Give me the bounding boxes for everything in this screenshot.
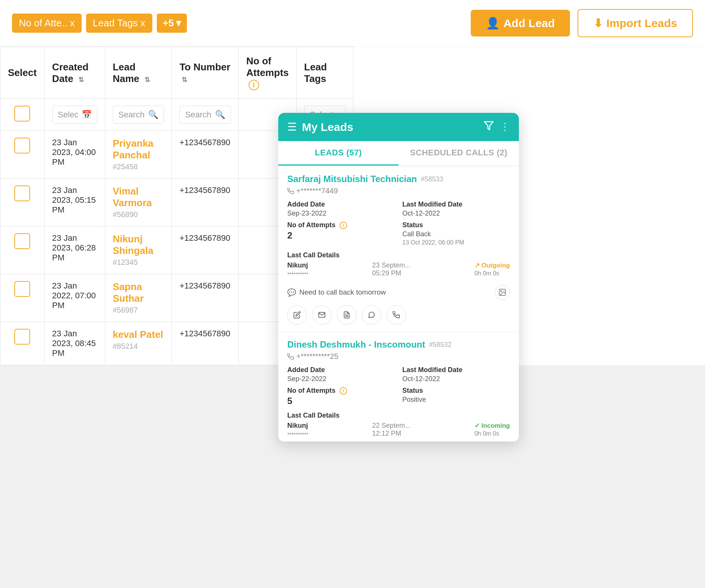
- panel-header-left: ☰ My Leads: [287, 121, 353, 134]
- row-checkbox-2[interactable]: [14, 233, 30, 249]
- row-name-4: keval Patel #85214: [105, 322, 172, 365]
- whatsapp-button-1[interactable]: [362, 305, 381, 325]
- lead-card-2-id: #58532: [429, 341, 452, 349]
- col-lead-tags: Lead Tags: [296, 47, 353, 99]
- date-filter-input[interactable]: Selec 📅: [52, 106, 97, 124]
- col-attempts: No of Attempts i: [239, 47, 297, 99]
- tab-leads[interactable]: LEADS (57): [278, 141, 399, 166]
- lead-id-1: #56890: [113, 210, 138, 219]
- filter-date-cell: Selec 📅: [44, 99, 105, 131]
- header-checkbox[interactable]: [14, 106, 30, 122]
- attempts-field-2: No of Attempts i 5: [287, 387, 395, 406]
- add-lead-label: Add Lead: [503, 17, 555, 30]
- attempts-info-icon[interactable]: i: [340, 222, 347, 229]
- last-call-row-2: Nikunj •••••••••• 22 Septem... 12:12 PM …: [287, 422, 510, 438]
- added-date-field-2: Added Date Sep-22-2022: [287, 366, 395, 383]
- lead-card-1: Sarfaraj Mitsubishi Technician #58533 +*…: [278, 166, 519, 332]
- calendar-icon: 📅: [82, 110, 92, 120]
- chip-attempts-label: No of Atte.. x: [19, 17, 75, 29]
- top-actions: 👤 Add Lead ⬇ Import Leads: [471, 9, 693, 37]
- notes-button-1[interactable]: [337, 305, 356, 325]
- last-call-row-1: Nikunj •••••••••• 23 Septem... 05:29 PM …: [287, 261, 510, 277]
- row-checkbox-3[interactable]: [14, 281, 30, 297]
- panel-scroll[interactable]: Sarfaraj Mitsubishi Technician #58533 +*…: [278, 166, 519, 442]
- col-created-date: Created Date ⇅: [44, 47, 105, 99]
- info-icon-attempts[interactable]: i: [249, 80, 259, 90]
- my-leads-panel: ☰ My Leads ⋮ LEADS (57) SCHEDULED CALLS …: [278, 113, 519, 442]
- panel-tabs: LEADS (57) SCHEDULED CALLS (2): [278, 141, 519, 166]
- last-modified-field-2: Last Modified Date Oct-12-2022: [402, 366, 510, 383]
- row-select-1: [0, 179, 45, 226]
- hamburger-icon[interactable]: ☰: [287, 121, 297, 133]
- filter-chips: No of Atte.. x Lead Tags x +5 ▾: [12, 14, 187, 33]
- incoming-badge-2: ✓ Incoming: [475, 422, 510, 429]
- lead-name-1[interactable]: Vimal Varmora: [113, 185, 152, 208]
- lead-name-2[interactable]: Nikunj Shingala: [113, 233, 153, 256]
- sort-icon-number[interactable]: ⇅: [182, 76, 187, 84]
- col-to-number: To Number ⇅: [172, 47, 239, 99]
- sort-icon-date[interactable]: ⇅: [78, 76, 84, 84]
- attempts-field: No of Attempts i 2: [287, 221, 395, 246]
- lead-card-1-actions: [287, 305, 510, 331]
- chip-more-count: +5: [163, 17, 174, 29]
- filter-number-cell: Search 🔍: [172, 99, 239, 131]
- col-select: Select: [0, 47, 45, 99]
- lead-name-0[interactable]: Priyanka Panchal: [113, 138, 153, 161]
- more-options-icon[interactable]: ⋮: [500, 121, 510, 133]
- row-checkbox-4[interactable]: [14, 329, 30, 345]
- row-checkbox-1[interactable]: [14, 185, 30, 201]
- import-leads-label: Import Leads: [606, 17, 677, 30]
- row-select-2: [0, 226, 45, 274]
- lead-card-2: Dinesh Deshmukh - Inscomount #58532 +***…: [278, 332, 519, 442]
- filter-icon[interactable]: [484, 120, 494, 134]
- row-date-4: 23 Jan 2023, 08:45 PM: [44, 322, 105, 365]
- chip-tags-label: Lead Tags x: [93, 17, 146, 29]
- lead-name-3[interactable]: Sapna Suthar: [113, 281, 144, 304]
- lead-card-1-header: Sarfaraj Mitsubishi Technician #58533: [287, 174, 510, 184]
- lead-id-0: #25458: [113, 163, 138, 171]
- chip-tags[interactable]: Lead Tags x: [86, 14, 152, 33]
- lead-card-2-header: Dinesh Deshmukh - Inscomount #58532: [287, 339, 510, 350]
- row-select-0: [0, 131, 45, 179]
- panel-title: My Leads: [302, 121, 353, 134]
- row-name-0: Priyanka Panchal #25458: [105, 131, 172, 179]
- screenshot-icon-1[interactable]: [495, 285, 510, 300]
- lead-name-4[interactable]: keval Patel: [113, 329, 163, 340]
- row-name-3: Sapna Suthar #56987: [105, 274, 172, 322]
- lead-card-1-id: #58533: [421, 175, 443, 183]
- chip-attempts[interactable]: No of Atte.. x: [12, 14, 82, 33]
- search-icon-number: 🔍: [215, 110, 225, 120]
- lead-name-search-input[interactable]: Search 🔍: [113, 106, 164, 124]
- sort-icon-name[interactable]: ⇅: [144, 76, 150, 84]
- row-select-4: [0, 322, 45, 365]
- to-number-search-input[interactable]: Search 🔍: [179, 106, 231, 124]
- attempts-info-icon-2[interactable]: i: [340, 387, 347, 395]
- add-lead-button[interactable]: 👤 Add Lead: [471, 10, 570, 36]
- chip-more[interactable]: +5 ▾: [157, 14, 187, 33]
- row-date-3: 23 Jan 2022, 07:00 PM: [44, 274, 105, 322]
- lead-card-2-name: Dinesh Deshmukh - Inscomount: [287, 339, 425, 350]
- import-leads-button[interactable]: ⬇ Import Leads: [578, 9, 693, 37]
- top-bar: No of Atte.. x Lead Tags x +5 ▾ 👤 Add Le…: [0, 0, 705, 47]
- comment-icon: 💬: [287, 288, 296, 297]
- edit-button-1[interactable]: [287, 305, 307, 325]
- lead-card-2-last-call: Last Call Details Nikunj •••••••••• 22 S…: [287, 412, 510, 438]
- svg-marker-0: [484, 122, 493, 130]
- panel-header: ☰ My Leads ⋮: [278, 113, 519, 141]
- panel-header-right: ⋮: [484, 120, 510, 134]
- tab-scheduled-calls[interactable]: SCHEDULED CALLS (2): [399, 141, 519, 166]
- lead-id-3: #56987: [113, 306, 138, 314]
- chevron-down-icon: ▾: [176, 17, 181, 29]
- lead-card-2-phone: +**********25: [287, 352, 510, 361]
- row-number-0: +1234567890: [172, 131, 239, 179]
- search-icon: 🔍: [148, 110, 158, 120]
- call-button-1[interactable]: [387, 305, 406, 325]
- outgoing-badge-1: ↗ Outgoing: [475, 262, 510, 269]
- status-field: Status Call Back 13 Oct 2022, 06:00 PM: [402, 221, 510, 246]
- lead-id-4: #85214: [113, 342, 138, 350]
- row-date-2: 23 Jan 2023, 06:28 PM: [44, 226, 105, 274]
- status-field-2: Status Positive: [402, 387, 510, 406]
- email-button-1[interactable]: [312, 305, 332, 325]
- row-checkbox-0[interactable]: [14, 138, 30, 153]
- lead-card-1-name: Sarfaraj Mitsubishi Technician: [287, 174, 417, 184]
